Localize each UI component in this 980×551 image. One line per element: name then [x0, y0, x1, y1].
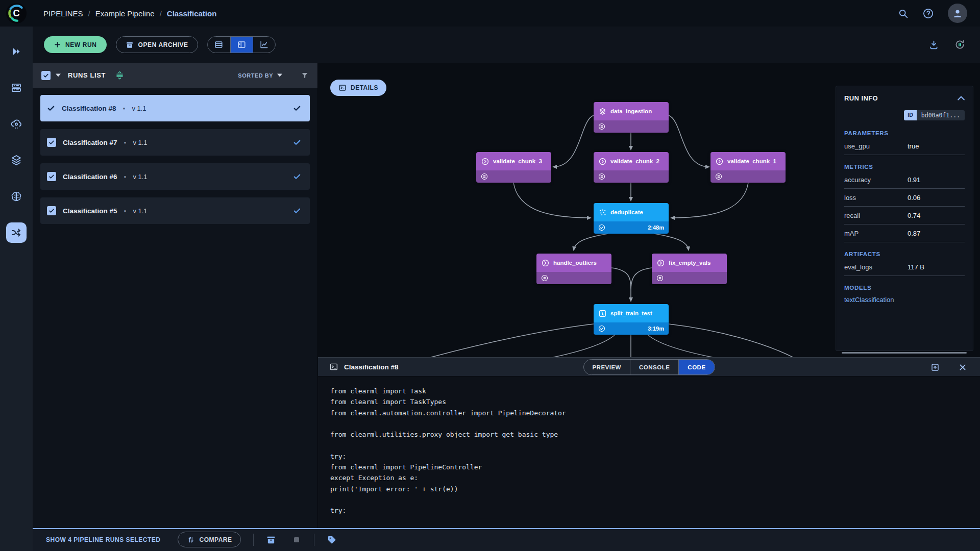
cloud-icon	[10, 118, 22, 130]
status-dot: ●	[124, 174, 127, 179]
run-info-horizontal-scrollbar[interactable]	[842, 352, 967, 354]
sorted-by-control[interactable]: SORTED BY	[238, 72, 282, 79]
chevron-circle-icon	[716, 158, 723, 165]
clearml-logo[interactable]: C	[6, 3, 27, 24]
dag-node-handle_outliers[interactable]: handle_outliers	[536, 254, 611, 284]
open-in-window-icon[interactable]	[930, 363, 940, 372]
run-completed-check-icon	[293, 207, 301, 215]
code-line: try:	[330, 451, 968, 462]
dag-node-validate_chunk_1[interactable]: validate_chunk_1	[710, 152, 786, 183]
dag-node-fix_empty_vals[interactable]: fix_empty_vals	[652, 254, 727, 284]
run-info-title: RUN INFO	[844, 94, 878, 102]
avatar[interactable]	[948, 4, 967, 23]
code-line: print('Import error: ' + str(e))	[330, 484, 968, 494]
node-footer	[594, 170, 669, 183]
workers-queues-icon	[10, 82, 22, 94]
chart-view-toggle[interactable]	[253, 37, 275, 53]
tag-icon[interactable]	[327, 535, 337, 545]
code-line: try:	[330, 505, 968, 516]
code-line: except Exception as e:	[330, 472, 968, 483]
info-row: use_gputrue	[844, 137, 965, 155]
tune-filter-icon[interactable]	[115, 70, 125, 80]
lambda-icon	[599, 310, 606, 317]
top-bar: C PIPELINES/Example Pipeline/Classificat…	[0, 0, 980, 27]
node-duration: 3:19m	[648, 325, 664, 332]
tab-preview[interactable]: PREVIEW	[583, 360, 630, 374]
run-id-value[interactable]: bd00a0f1...	[917, 110, 965, 120]
dag-node-data_ingestion[interactable]: data_ingestion	[594, 102, 669, 133]
search-icon[interactable]	[898, 8, 909, 19]
download-icon[interactable]	[928, 39, 939, 50]
details-button[interactable]: DETAILS	[330, 80, 386, 96]
sidebar-item-pipelines[interactable]	[6, 222, 27, 243]
breadcrumb: PIPELINES/Example Pipeline/Classificatio…	[43, 9, 216, 18]
dag-node-validate_chunk_3[interactable]: validate_chunk_3	[476, 152, 551, 183]
node-footer	[536, 272, 611, 284]
bottom-panel-header: Classification #8 PREVIEWCONSOLECODE	[318, 358, 980, 377]
run-row[interactable]: Classification #8●v 1.1	[40, 95, 310, 121]
new-run-button[interactable]: NEW RUN	[44, 36, 107, 53]
run-row[interactable]: Classification #7●v 1.1	[40, 129, 310, 156]
section-title: METRICS	[844, 164, 965, 170]
archive-icon[interactable]	[266, 535, 276, 545]
collapse-caret-icon[interactable]	[958, 96, 965, 101]
dag-node-deduplicate[interactable]: deduplicate2:48m	[594, 203, 669, 234]
scatter-icon	[599, 209, 606, 216]
pipeline-dag-canvas[interactable]: DETAILS RUN INFO ID bd00a0f1... PARAMETE…	[318, 63, 980, 357]
model-link[interactable]: textClassification	[844, 296, 965, 304]
breadcrumb-item[interactable]: Example Pipeline	[95, 9, 155, 18]
code-viewer[interactable]: from clearml import Taskfrom clearml imp…	[318, 377, 980, 529]
select-all-checkbox[interactable]	[41, 71, 51, 80]
svg-text:C: C	[13, 8, 19, 18]
info-value: 0.91	[908, 176, 920, 184]
run-checkbox[interactable]	[47, 138, 56, 147]
open-archive-button[interactable]: OPEN ARCHIVE	[116, 36, 198, 53]
run-checkbox[interactable]	[47, 172, 56, 181]
code-line: from clearml.automation.controller impor…	[330, 408, 968, 418]
run-version: v 1.1	[132, 105, 146, 112]
tab-console[interactable]: CONSOLE	[630, 360, 678, 374]
node-header: deduplicate	[594, 203, 669, 221]
dag-node-validate_chunk_2[interactable]: validate_chunk_2	[594, 152, 669, 183]
node-label: validate_chunk_1	[727, 158, 776, 164]
breadcrumb-item[interactable]: PIPELINES	[43, 9, 83, 18]
stop-icon[interactable]	[291, 535, 302, 545]
close-icon[interactable]	[959, 363, 967, 371]
table-view-icon	[214, 40, 224, 49]
breadcrumb-separator: /	[160, 9, 162, 18]
node-header: validate_chunk_1	[710, 152, 786, 170]
sidebar-item-datasets[interactable]	[6, 150, 27, 170]
sidebar-item-workers-queues[interactable]	[6, 78, 27, 98]
run-row[interactable]: Classification #6●v 1.1	[40, 163, 310, 190]
help-icon[interactable]	[922, 8, 934, 19]
terminal-icon	[338, 84, 347, 92]
auto-refresh-icon[interactable]	[954, 39, 966, 51]
projects-icon	[10, 45, 22, 58]
filter-funnel-icon[interactable]	[301, 71, 309, 80]
node-header: fix_empty_vals	[652, 254, 727, 272]
run-info-sections: PARAMETERSuse_gputrueMETRICSaccuracy0.91…	[836, 130, 973, 304]
run-version: v 1.1	[133, 139, 147, 146]
sidebar-item-cloud[interactable]	[6, 114, 27, 134]
run-id-badge[interactable]: ID	[904, 110, 917, 120]
sidebar-item-models[interactable]	[6, 186, 27, 207]
logo-box: C	[0, 3, 33, 24]
new-run-label: NEW RUN	[65, 41, 97, 48]
table-view-toggle[interactable]	[208, 37, 230, 53]
run-checkbox[interactable]	[47, 206, 56, 215]
info-value: 0.06	[908, 194, 920, 202]
run-completed-check-icon	[293, 172, 301, 181]
dag-node-split_train_test[interactable]: split_train_test3:19m	[594, 304, 669, 335]
split-view-toggle[interactable]	[230, 37, 253, 53]
sidebar-item-projects[interactable]	[6, 41, 27, 62]
compare-button[interactable]: COMPARE	[178, 532, 241, 547]
breadcrumb-item[interactable]: Classification	[167, 9, 217, 18]
selection-summary-link[interactable]: SHOW 4 PIPELINE RUNS SELECTED	[46, 536, 161, 543]
run-row[interactable]: Classification #5●v 1.1	[40, 197, 310, 224]
tab-code[interactable]: CODE	[678, 360, 714, 374]
code-line: from clearml.utilities.proxy_object impo…	[330, 429, 968, 440]
node-footer: 2:48m	[594, 221, 669, 234]
details-bottom-panel: Classification #8 PREVIEWCONSOLECODE fro…	[318, 357, 980, 528]
info-row: mAP0.87	[844, 224, 965, 242]
selection-dropdown-caret-icon[interactable]	[56, 73, 61, 77]
